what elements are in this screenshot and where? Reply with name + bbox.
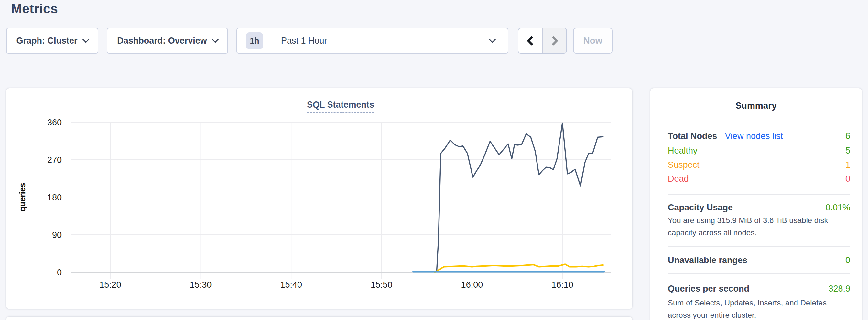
- summary-row-unavailable-ranges: Unavailable ranges 0: [668, 253, 850, 267]
- sql-statements-card: SQL Statements 09018027036015:2015:3015:…: [6, 88, 632, 309]
- svg-text:15:40: 15:40: [280, 280, 302, 290]
- unavailable-ranges-value: 0: [845, 255, 850, 265]
- chart-title[interactable]: SQL Statements: [307, 100, 374, 113]
- summary-row-total-nodes: Total Nodes View nodes list 6: [668, 129, 850, 143]
- svg-text:16:10: 16:10: [551, 280, 574, 290]
- summary-row-capacity: Capacity Usage 0.01%: [668, 201, 850, 214]
- summary-panel: Summary Total Nodes View nodes list 6 He…: [650, 88, 862, 320]
- queries-per-second-label: Queries per second: [668, 284, 749, 294]
- queries-per-second-value: 328.9: [828, 284, 850, 294]
- summary-title: Summary: [650, 100, 862, 111]
- dashboard-dropdown-label: Dashboard: Overview: [117, 36, 207, 46]
- suspect-value: 1: [845, 160, 850, 170]
- dead-label: Dead: [668, 174, 689, 184]
- svg-text:16:00: 16:00: [461, 280, 483, 290]
- time-range-badge: 1h: [246, 32, 263, 49]
- summary-row-dead: Dead 0: [668, 172, 850, 186]
- svg-text:15:20: 15:20: [99, 280, 121, 290]
- time-range-dropdown[interactable]: 1h Past 1 Hour: [237, 28, 508, 54]
- chevron-right-icon: [548, 36, 558, 45]
- queries-per-second-description: Sum of Selects, Updates, Inserts, and De…: [668, 297, 850, 320]
- chevron-down-icon: [489, 36, 496, 43]
- svg-text:270: 270: [47, 155, 62, 165]
- sql-statements-chart: 09018027036015:2015:3015:4015:5016:0016:…: [6, 88, 632, 309]
- time-range-label: Past 1 Hour: [281, 36, 327, 46]
- dashboard-dropdown[interactable]: Dashboard: Overview: [107, 28, 228, 54]
- graph-dropdown[interactable]: Graph: Cluster: [6, 28, 98, 54]
- svg-text:360: 360: [47, 118, 62, 127]
- capacity-usage-value: 0.01%: [825, 203, 850, 213]
- summary-row-healthy: Healthy 5: [668, 144, 850, 157]
- next-chart-card-edge: [6, 317, 632, 320]
- svg-text:15:30: 15:30: [190, 280, 212, 290]
- total-nodes-value: 6: [845, 131, 850, 141]
- prev-time-button[interactable]: [518, 28, 542, 53]
- time-pager: [518, 28, 567, 54]
- divider: [668, 246, 850, 247]
- dead-value: 0: [845, 174, 850, 184]
- suspect-label: Suspect: [668, 160, 700, 170]
- view-nodes-list-link[interactable]: View nodes list: [725, 131, 783, 141]
- summary-row-qps: Queries per second 328.9: [668, 282, 850, 295]
- chevron-down-icon: [82, 36, 89, 43]
- next-time-button-disabled[interactable]: [542, 28, 566, 53]
- graph-dropdown-label: Graph: Cluster: [16, 36, 77, 46]
- healthy-label: Healthy: [668, 146, 698, 156]
- summary-row-suspect: Suspect 1: [668, 158, 850, 172]
- chevron-down-icon: [212, 36, 219, 43]
- page-title: Metrics: [11, 1, 58, 17]
- chevron-left-icon: [526, 36, 536, 45]
- toolbar: Graph: Cluster Dashboard: Overview 1h Pa…: [0, 28, 868, 54]
- svg-text:180: 180: [47, 193, 62, 202]
- svg-text:90: 90: [52, 230, 62, 240]
- unavailable-ranges-label: Unavailable ranges: [668, 255, 747, 265]
- healthy-value: 5: [845, 146, 850, 156]
- capacity-usage-label: Capacity Usage: [668, 203, 733, 213]
- svg-text:queries: queries: [18, 183, 27, 212]
- total-nodes-label: Total Nodes: [668, 131, 717, 141]
- svg-text:15:50: 15:50: [371, 280, 393, 290]
- metrics-page: Metrics Graph: Cluster Dashboard: Overvi…: [0, 0, 868, 320]
- divider: [668, 273, 850, 274]
- capacity-usage-description: You are using 315.9 MiB of 3.6 TiB usabl…: [668, 214, 850, 239]
- svg-text:0: 0: [57, 268, 62, 277]
- now-button[interactable]: Now: [573, 28, 613, 54]
- divider: [668, 194, 850, 195]
